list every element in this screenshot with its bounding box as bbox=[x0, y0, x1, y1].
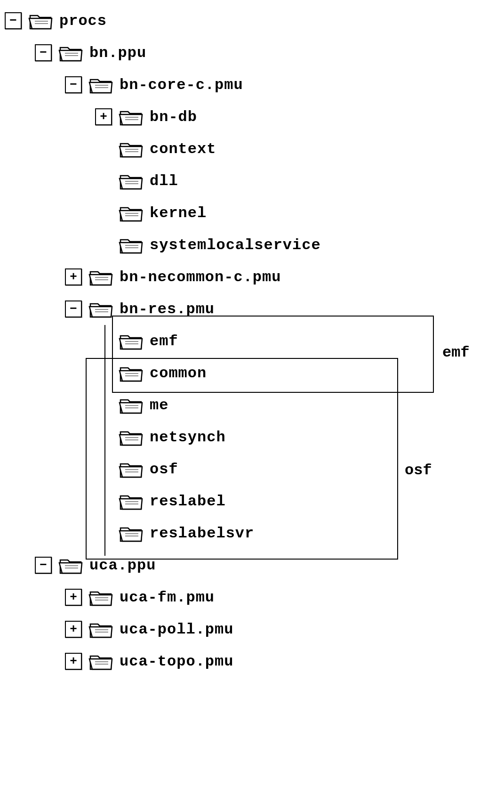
tree-node-netsynch[interactable]: netsynch bbox=[5, 421, 504, 453]
tree-node-me[interactable]: me bbox=[5, 389, 504, 421]
expand-icon[interactable]: + bbox=[95, 108, 112, 125]
node-label: systemlocalservice bbox=[150, 236, 321, 254]
folder-icon bbox=[119, 171, 143, 191]
tree-node-reslabelsvr[interactable]: reslabelsvr bbox=[5, 517, 504, 549]
tree-node-reslabel[interactable]: reslabel bbox=[5, 485, 504, 517]
collapse-icon[interactable]: − bbox=[65, 76, 82, 93]
folder-icon bbox=[119, 235, 143, 255]
node-label: kernel bbox=[150, 204, 207, 222]
tree-node-context[interactable]: context bbox=[5, 133, 504, 165]
tree-node-emf[interactable]: emf bbox=[5, 325, 504, 357]
node-label: bn-necommon-c.pmu bbox=[120, 268, 281, 286]
node-label: uca.ppu bbox=[89, 557, 156, 574]
expand-icon[interactable]: + bbox=[65, 653, 82, 670]
folder-icon bbox=[88, 587, 113, 607]
collapse-icon[interactable]: − bbox=[65, 300, 82, 317]
tree-node-common[interactable]: common bbox=[5, 357, 504, 389]
tree-node-systemlocalservice[interactable]: systemlocalservice bbox=[5, 229, 504, 261]
folder-icon bbox=[119, 203, 143, 223]
folder-icon bbox=[88, 619, 113, 639]
folder-icon bbox=[119, 427, 143, 447]
tree-node-bn-db[interactable]: + bn-db bbox=[5, 101, 504, 133]
tree-node-bn-ppu[interactable]: − bn.ppu bbox=[5, 37, 504, 69]
folder-icon bbox=[119, 107, 143, 127]
folder-icon bbox=[119, 491, 143, 511]
node-label: uca-poll.pmu bbox=[120, 621, 233, 638]
folder-icon bbox=[119, 523, 143, 543]
node-label: dll bbox=[150, 172, 178, 190]
tree-node-uca-fm[interactable]: + uca-fm.pmu bbox=[5, 581, 504, 613]
node-label: uca-topo.pmu bbox=[120, 653, 233, 670]
tree-node-uca-poll[interactable]: + uca-poll.pmu bbox=[5, 613, 504, 645]
node-label: bn-res.pmu bbox=[120, 300, 215, 318]
folder-icon bbox=[88, 651, 113, 671]
tree-node-bn-core-c[interactable]: − bn-core-c.pmu bbox=[5, 69, 504, 101]
node-label: me bbox=[150, 397, 168, 414]
folder-icon bbox=[119, 331, 143, 351]
node-label: uca-fm.pmu bbox=[120, 589, 215, 606]
tree-node-bn-res[interactable]: − bn-res.pmu bbox=[5, 293, 504, 325]
tree-node-procs[interactable]: − procs bbox=[5, 5, 504, 37]
node-label: emf bbox=[150, 333, 178, 350]
node-label: procs bbox=[59, 12, 107, 30]
tree-node-dll[interactable]: dll bbox=[5, 165, 504, 197]
node-label: bn-core-c.pmu bbox=[120, 76, 243, 94]
node-label: bn.ppu bbox=[89, 44, 146, 62]
collapse-icon[interactable]: − bbox=[35, 44, 52, 61]
expand-icon[interactable]: + bbox=[65, 268, 82, 285]
expand-icon[interactable]: + bbox=[65, 589, 82, 606]
node-label: reslabel bbox=[150, 493, 226, 510]
folder-icon bbox=[88, 267, 113, 287]
tree-node-uca-topo[interactable]: + uca-topo.pmu bbox=[5, 645, 504, 677]
node-label: common bbox=[150, 365, 207, 382]
folder-icon bbox=[58, 43, 83, 63]
folder-tree: − procs − bn.ppu − bn-core-c.pmu + bn-db… bbox=[5, 5, 504, 677]
tree-node-uca-ppu[interactable]: − uca.ppu bbox=[5, 549, 504, 581]
collapse-icon[interactable]: − bbox=[5, 12, 22, 29]
node-label: context bbox=[150, 140, 216, 158]
tree-node-osf[interactable]: osf bbox=[5, 453, 504, 485]
folder-icon bbox=[119, 459, 143, 479]
folder-icon bbox=[58, 555, 83, 575]
folder-icon bbox=[88, 75, 113, 95]
node-label: bn-db bbox=[150, 108, 197, 126]
node-label: osf bbox=[150, 461, 178, 478]
folder-icon bbox=[119, 363, 143, 383]
folder-icon bbox=[119, 139, 143, 159]
collapse-icon[interactable]: − bbox=[35, 557, 52, 574]
expand-icon[interactable]: + bbox=[65, 621, 82, 638]
tree-node-kernel[interactable]: kernel bbox=[5, 197, 504, 229]
folder-icon bbox=[119, 395, 143, 415]
node-label: reslabelsvr bbox=[150, 525, 254, 542]
tree-node-bn-necommon-c[interactable]: + bn-necommon-c.pmu bbox=[5, 261, 504, 293]
node-label: netsynch bbox=[150, 429, 226, 446]
folder-icon bbox=[28, 11, 53, 31]
folder-icon bbox=[88, 299, 113, 319]
